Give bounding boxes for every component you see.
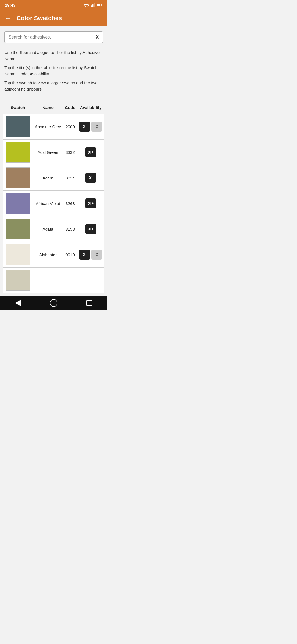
back-triangle-icon (15, 300, 21, 306)
availability-badge: Z (91, 122, 102, 132)
swatch-color-box (6, 270, 30, 291)
code-cell (63, 268, 77, 293)
col-header-swatch[interactable]: Swatch (3, 101, 33, 114)
swatch-color-box (6, 219, 30, 239)
availability-badge: XI+ (85, 198, 96, 208)
status-icons (84, 3, 102, 7)
home-circle-icon (50, 299, 57, 307)
battery-icon (97, 3, 102, 7)
status-bar: 19:43 (0, 0, 107, 10)
instructions: Use the Search dialogue to filter the li… (0, 46, 107, 97)
table-row[interactable]: African Violet3263XI+ (3, 191, 104, 216)
table-row[interactable]: Absolute Grey2000XIZ (3, 114, 104, 140)
availability-badge: Z (91, 250, 102, 260)
table-row[interactable]: Acorn3034XI (3, 165, 104, 191)
swatch-color-box (6, 116, 30, 137)
availability-badge: XI+ (85, 224, 96, 234)
svg-rect-1 (92, 4, 93, 7)
badge-group: XI (79, 173, 103, 183)
table-row[interactable]: Alabaster0010XIZ (3, 242, 104, 268)
availability-cell: XIZ (77, 114, 104, 140)
search-clear-button[interactable]: X (96, 34, 99, 40)
badge-group: XI+ (79, 224, 103, 234)
swatch-cell[interactable] (3, 165, 33, 191)
table-row[interactable]: Agata3158XI+ (3, 216, 104, 242)
badge-group: XI+ (79, 147, 103, 157)
name-cell: Absolute Grey (33, 114, 63, 140)
swatch-color-box (6, 142, 30, 163)
search-input[interactable] (9, 35, 96, 40)
svg-rect-6 (97, 4, 100, 6)
swatch-cell[interactable] (3, 191, 33, 216)
instruction-line-3: Tap the swatch to view a larger swatch a… (4, 80, 103, 92)
availability-badge: XI (79, 250, 90, 260)
back-nav-button[interactable] (12, 297, 24, 309)
search-box: X (4, 31, 103, 43)
swatch-color-box (6, 193, 30, 214)
table-header-row: Swatch Name Code Availability (3, 101, 104, 114)
availability-cell: XI+ (77, 191, 104, 216)
name-cell (33, 268, 63, 293)
col-header-name[interactable]: Name (33, 101, 63, 114)
page-title: Color Swatches (16, 15, 62, 22)
home-nav-button[interactable] (48, 297, 60, 309)
availability-cell (77, 268, 104, 293)
svg-rect-3 (94, 3, 95, 7)
code-cell: 3034 (63, 165, 77, 191)
name-cell: Acorn (33, 165, 63, 191)
swatch-cell[interactable] (3, 140, 33, 165)
availability-cell: XI+ (77, 216, 104, 242)
availability-badge: XI (85, 173, 96, 183)
wifi-icon (84, 3, 89, 7)
search-container: X (0, 26, 107, 46)
status-time: 19:43 (5, 3, 15, 7)
swatch-cell[interactable] (3, 216, 33, 242)
name-cell: Agata (33, 216, 63, 242)
availability-cell: XIZ (77, 242, 104, 268)
badge-group: XI+ (79, 198, 103, 208)
swatch-color-box (6, 167, 30, 188)
code-cell: 3332 (63, 140, 77, 165)
availability-cell: XI (77, 165, 104, 191)
instruction-line-2: Tap the title(s) in the table to sort th… (4, 65, 103, 77)
svg-rect-0 (91, 5, 92, 7)
color-table: Swatch Name Code Availability Absolute G… (3, 101, 105, 293)
badge-group: XIZ (79, 250, 103, 260)
badge-group: XIZ (79, 122, 103, 132)
app-bar: ← Color Swatches (0, 10, 107, 26)
back-button[interactable]: ← (4, 14, 11, 22)
code-cell: 2000 (63, 114, 77, 140)
bottom-nav (0, 296, 107, 310)
instruction-line-1: Use the Search dialogue to filter the li… (4, 50, 103, 62)
availability-badge: XI (79, 122, 90, 132)
availability-cell: XI+ (77, 140, 104, 165)
name-cell: African Violet (33, 191, 63, 216)
swatch-cell[interactable] (3, 114, 33, 140)
recents-square-icon (86, 300, 92, 306)
col-header-availability[interactable]: Availability (77, 101, 104, 114)
recents-nav-button[interactable] (83, 297, 95, 309)
swatch-color-box (6, 244, 30, 265)
availability-badge: XI+ (85, 147, 96, 157)
name-cell: Acid Green (33, 140, 63, 165)
code-cell: 3158 (63, 216, 77, 242)
swatch-cell[interactable] (3, 268, 33, 293)
signal-icon (91, 3, 95, 7)
code-cell: 3263 (63, 191, 77, 216)
table-row[interactable]: Acid Green3332XI+ (3, 140, 104, 165)
name-cell: Alabaster (33, 242, 63, 268)
table-row[interactable] (3, 268, 104, 293)
svg-rect-5 (102, 4, 102, 6)
svg-rect-2 (93, 4, 94, 7)
swatch-cell[interactable] (3, 242, 33, 268)
code-cell: 0010 (63, 242, 77, 268)
col-header-code[interactable]: Code (63, 101, 77, 114)
